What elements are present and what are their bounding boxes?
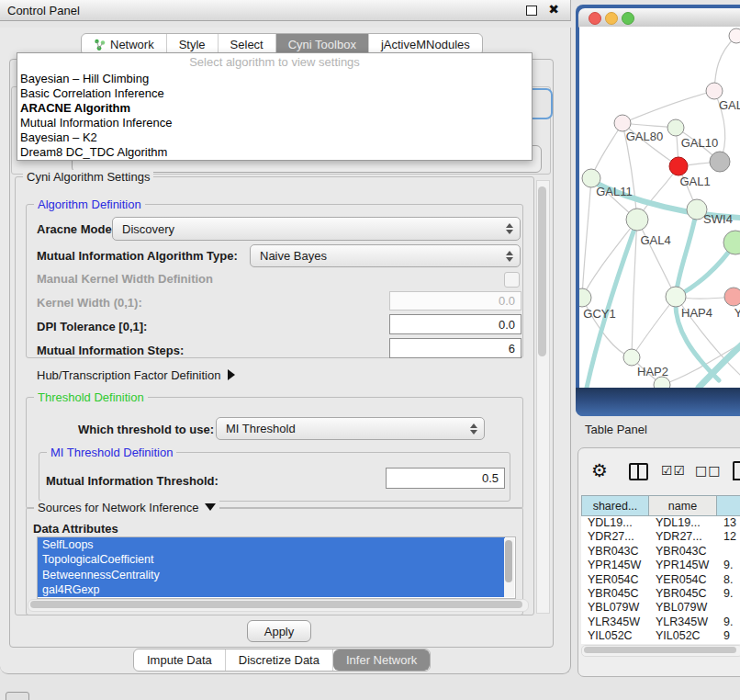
network-node[interactable] bbox=[710, 152, 730, 172]
attributes-vertical-scrollbar[interactable] bbox=[504, 538, 514, 597]
table-cell: YPR145W bbox=[581, 559, 649, 572]
dpi-tolerance-field[interactable]: 0.0 bbox=[389, 314, 521, 334]
mi-algorithm-type-select[interactable]: Naive Bayes bbox=[250, 244, 521, 267]
network-node-gal[interactable] bbox=[706, 83, 723, 99]
algorithm-option[interactable]: Basic Correlation Inference bbox=[17, 86, 532, 101]
table-cell: YBR043C bbox=[649, 545, 717, 559]
settings-scrollbar[interactable] bbox=[536, 180, 550, 614]
network-node-gal10[interactable] bbox=[667, 119, 684, 136]
kernel-width-field[interactable]: 0.0 bbox=[389, 291, 521, 310]
table-cell: YBR043C bbox=[581, 545, 649, 559]
network-node[interactable] bbox=[723, 231, 740, 254]
column-header-partial[interactable] bbox=[717, 495, 740, 516]
close-traffic-light[interactable] bbox=[589, 12, 601, 25]
table-cell: YPR145W bbox=[649, 559, 717, 572]
network-edge[interactable] bbox=[714, 36, 736, 91]
table-cell: 13 bbox=[717, 516, 740, 530]
scrollbar-thumb[interactable] bbox=[505, 540, 512, 582]
table-row[interactable]: YBR043CYBR043C bbox=[581, 545, 740, 559]
table-row[interactable]: YIL052CYIL052C9 bbox=[581, 629, 740, 643]
corner-button-partial[interactable] bbox=[6, 692, 29, 700]
network-edge[interactable] bbox=[622, 91, 714, 123]
table-row[interactable]: YBL079WYBL079W bbox=[581, 601, 740, 615]
table-row[interactable]: YPR145WYPR145W9. bbox=[581, 559, 740, 572]
table-row[interactable]: YLR345WYLR345W9. bbox=[581, 615, 740, 629]
table-cell: 9 bbox=[717, 629, 740, 643]
table-cell: YBL079W bbox=[581, 601, 649, 615]
scrollbar-thumb[interactable] bbox=[30, 601, 522, 608]
network-node-label: GAL1 bbox=[679, 175, 710, 188]
network-node-label: GCY1 bbox=[583, 307, 615, 321]
table-cell: YIL052C bbox=[581, 629, 649, 643]
settings-gear-icon[interactable]: ⚙ bbox=[591, 459, 608, 481]
network-node-hap4[interactable] bbox=[666, 287, 686, 307]
table-cell bbox=[717, 545, 740, 559]
table-cell bbox=[717, 601, 740, 615]
attribute-list-item[interactable]: BetweennessCentrality bbox=[38, 568, 505, 582]
data-attributes-list[interactable]: SelfLoopsTopologicalCoefficientBetweenne… bbox=[37, 536, 516, 599]
table-row[interactable]: YDL19...YDL19...13 bbox=[581, 516, 740, 530]
network-node-y[interactable] bbox=[724, 288, 740, 306]
network-edge[interactable] bbox=[582, 220, 637, 298]
partial-toolbar-icon[interactable] bbox=[733, 461, 740, 480]
node-table: shared...name YDL19...YDL19...13YDR27...… bbox=[581, 495, 740, 644]
tab-label: Network bbox=[110, 38, 154, 51]
network-window-titlebar[interactable] bbox=[578, 8, 740, 28]
attribute-list-item[interactable]: TopologicalCoefficient bbox=[38, 552, 505, 567]
attribute-list-item[interactable]: gal4RGexp bbox=[38, 582, 505, 597]
network-edge[interactable] bbox=[632, 297, 676, 357]
network-view-window: GALGAL80GAL10GAL1GAL11SWI4GAL4GCY1HAP4YH… bbox=[576, 5, 740, 416]
table-row[interactable]: YDR27...YDR27...12 bbox=[581, 530, 740, 544]
manual-kernel-checkbox[interactable] bbox=[504, 272, 520, 288]
table-cell: 9. bbox=[717, 615, 740, 629]
algorithm-option[interactable]: Mutual Information Inference bbox=[17, 116, 532, 130]
network-node-gal4[interactable] bbox=[626, 209, 648, 231]
algorithm-option[interactable]: Bayesian – Hill Climbing bbox=[17, 72, 532, 86]
zoom-traffic-light[interactable] bbox=[622, 12, 634, 25]
scrollbar-thumb[interactable] bbox=[584, 647, 736, 653]
mi-threshold-field[interactable]: 0.5 bbox=[386, 468, 505, 489]
network-edge[interactable] bbox=[582, 178, 591, 298]
which-threshold-select[interactable]: MI Threshold bbox=[216, 417, 485, 440]
mi-steps-field[interactable]: 6 bbox=[389, 338, 521, 358]
float-window-icon[interactable] bbox=[526, 6, 537, 16]
table-cell: YDL19... bbox=[649, 516, 717, 530]
close-icon[interactable]: ✖ bbox=[548, 2, 559, 17]
scrollbar-thumb[interactable] bbox=[538, 186, 546, 356]
network-canvas[interactable]: GALGAL80GAL10GAL1GAL11SWI4GAL4GCY1HAP4YH… bbox=[579, 27, 740, 388]
network-node-gcy1[interactable] bbox=[579, 288, 591, 307]
minimize-traffic-light[interactable] bbox=[605, 12, 618, 25]
attribute-list-item[interactable]: SelfLoops bbox=[38, 537, 505, 552]
bottom-tab-infer-network[interactable]: Infer Network bbox=[333, 649, 430, 671]
attributes-horizontal-scrollbar[interactable] bbox=[28, 599, 529, 612]
data-attributes-label: Data Attributes bbox=[33, 522, 118, 536]
table-row[interactable]: YER054CYER054C8. bbox=[581, 573, 740, 587]
bottom-tab-discretize-data[interactable]: Discretize Data bbox=[226, 649, 333, 671]
table-cell: YBR045C bbox=[649, 587, 717, 601]
network-node-hap2[interactable] bbox=[623, 349, 640, 366]
network-node-label: HAP4 bbox=[681, 306, 712, 320]
deselect-checkboxes-icon[interactable]: □□ bbox=[695, 463, 721, 478]
manual-kernel-label: Manual Kernel Width Definition bbox=[37, 272, 213, 286]
column-header-shared...[interactable]: shared... bbox=[581, 495, 649, 516]
bottom-tab-impute-data[interactable]: Impute Data bbox=[134, 649, 226, 671]
which-threshold-label: Which threshold to use: bbox=[78, 423, 214, 436]
apply-button[interactable]: Apply bbox=[247, 620, 311, 642]
table-horizontal-scrollbar[interactable] bbox=[581, 645, 740, 657]
network-node-label: SWI4 bbox=[703, 212, 733, 226]
network-edge[interactable] bbox=[637, 220, 676, 297]
screen: Control Panel ✖ NetworkStyleSelectCyni T… bbox=[0, 0, 740, 700]
algorithm-option[interactable]: ARACNE Algorithm bbox=[17, 101, 532, 116]
network-node[interactable] bbox=[729, 28, 740, 43]
column-header-name[interactable]: name bbox=[649, 495, 717, 516]
algorithm-option[interactable]: Bayesian – K2 bbox=[17, 130, 532, 145]
control-panel-titlebar: Control Panel ✖ bbox=[0, 0, 571, 21]
select-all-checkboxes-icon[interactable]: ☑☑ bbox=[661, 463, 686, 478]
hub-definition-expander[interactable]: Hub/Transcription Factor Definition bbox=[37, 368, 235, 382]
algorithm-option[interactable]: Dream8 DC_TDC Algorithm bbox=[17, 145, 532, 160]
sources-group-title[interactable]: Sources for Network Inference bbox=[34, 501, 219, 514]
aracne-mode-select[interactable]: Discovery bbox=[112, 217, 521, 241]
table-row[interactable]: YBR045CYBR045C9. bbox=[581, 587, 740, 601]
split-columns-icon[interactable] bbox=[629, 463, 648, 480]
network-node-gal1[interactable] bbox=[669, 157, 688, 175]
